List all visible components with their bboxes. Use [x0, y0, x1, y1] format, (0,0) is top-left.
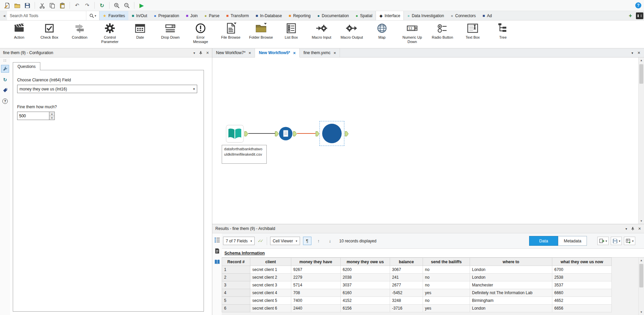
- palette-scroll-left-button[interactable]: ◀: [1, 11, 7, 20]
- tool-item[interactable]: Macro Input: [306, 22, 337, 48]
- output-anchor[interactable]: [345, 131, 349, 136]
- connection-wire-error[interactable]: [297, 133, 315, 134]
- configuration-tab-button[interactable]: [1, 65, 9, 73]
- help-tab-button[interactable]: ?: [1, 97, 9, 105]
- workflow-tab[interactable]: New Workflow7* ×: [212, 48, 255, 57]
- spinner-down-icon[interactable]: ▾: [49, 116, 54, 120]
- tool-item[interactable]: Control Parameter: [95, 22, 125, 48]
- tool-item[interactable]: Folder Browse: [246, 22, 276, 48]
- tool-item[interactable]: Macro Output: [337, 22, 367, 48]
- add-category-button[interactable]: +: [628, 13, 633, 19]
- tool-item[interactable]: Date: [125, 22, 155, 48]
- spinner-up-icon[interactable]: ▴: [49, 112, 54, 116]
- open-workflow-button[interactable]: [13, 1, 22, 10]
- tool-item[interactable]: Action: [4, 22, 34, 48]
- palette-category[interactable]: ● Connectors: [447, 11, 479, 20]
- tool-item[interactable]: Numeric Up Down: [397, 22, 427, 48]
- cell-viewer-select[interactable]: Cell Viewer ▾: [270, 237, 300, 245]
- palette-category[interactable]: ■ Transform: [223, 11, 252, 20]
- close-tab-icon[interactable]: ×: [334, 51, 336, 55]
- tool-item[interactable]: Map: [367, 22, 397, 48]
- redo-button[interactable]: ↷: [83, 1, 92, 10]
- scroll-down-icon[interactable]: ▼: [639, 309, 644, 315]
- annotation-tab-button[interactable]: [1, 86, 9, 94]
- palette-category[interactable]: ■ In-Database: [252, 11, 286, 20]
- palette-category[interactable]: ● Preparation: [151, 11, 182, 20]
- input-anchor[interactable]: [275, 131, 279, 136]
- metadata-tab-button[interactable]: Metadata: [558, 236, 587, 246]
- tab-list-icon[interactable]: ▾: [632, 51, 633, 55]
- tool-item[interactable]: Check Box: [34, 22, 65, 48]
- scrollbar-track[interactable]: [639, 263, 644, 309]
- zoom-out-button[interactable]: [122, 1, 131, 10]
- pin-icon[interactable]: [631, 227, 635, 231]
- canvas-scrollbar[interactable]: ▲ ▼: [638, 57, 644, 224]
- tab-questions[interactable]: Questions: [13, 62, 40, 70]
- help-button[interactable]: ?: [635, 2, 641, 8]
- scroll-down-icon[interactable]: ▼: [639, 218, 644, 224]
- tool-item[interactable]: Tree: [488, 22, 518, 48]
- column-header[interactable]: client: [250, 258, 291, 266]
- table-row[interactable]: 4 secret client 4 708 6160 -5452 yes Def…: [222, 289, 612, 297]
- table-row[interactable]: 5 secret client 5 7400 4152 3248 no Birm…: [222, 297, 612, 305]
- panel-menu-icon[interactable]: ▾: [194, 51, 195, 55]
- search-input[interactable]: [7, 11, 86, 20]
- input-anchor[interactable]: [315, 131, 319, 136]
- palette-category[interactable]: ● Spatial: [352, 11, 376, 20]
- palette-category[interactable]: ■ Reporting: [285, 11, 314, 20]
- workflow-node-file[interactable]: [279, 127, 293, 141]
- table-row[interactable]: 2 secret client 2 2279 2038 241 no Londo…: [222, 274, 612, 281]
- tool-item[interactable]: Condition: [65, 22, 95, 48]
- column-header[interactable]: send the bailiffs: [423, 258, 470, 266]
- output-anchor[interactable]: [244, 131, 248, 136]
- copy-button[interactable]: [48, 1, 57, 10]
- copy-results-button[interactable]: ▾: [597, 237, 609, 245]
- paste-button[interactable]: [58, 1, 67, 10]
- fine-amount-input[interactable]: [17, 112, 49, 120]
- palette-category[interactable]: ● Parse: [201, 11, 223, 20]
- schema-page-icon[interactable]: [214, 248, 220, 254]
- scrollbar-thumb[interactable]: [639, 64, 643, 84]
- workflow-tab[interactable]: fine them.yxmc ×: [300, 48, 340, 57]
- node-annotation[interactable]: dataforthatbankthatwouldkillmeifileakedi…: [222, 145, 267, 164]
- undo-button[interactable]: ↶: [73, 1, 82, 10]
- scroll-up-icon[interactable]: ▲: [639, 258, 644, 263]
- tool-item[interactable]: File Browse: [216, 22, 246, 48]
- close-panel-icon[interactable]: ×: [638, 226, 641, 231]
- workflow-node-macro[interactable]: [322, 124, 342, 143]
- tool-item[interactable]: Drop Down: [155, 22, 185, 48]
- search-options-button[interactable]: ▾: [86, 11, 99, 20]
- zoom-in-button[interactable]: [112, 1, 121, 10]
- apply-filter-icon[interactable]: ✓✓: [258, 238, 264, 243]
- palette-category[interactable]: ◆ Interface: [376, 11, 404, 20]
- cut-button[interactable]: [38, 1, 47, 10]
- refresh-button[interactable]: ↻: [97, 1, 106, 10]
- show-whitespace-button[interactable]: ¶: [303, 237, 311, 245]
- palette-layout-button[interactable]: [636, 12, 643, 19]
- workflow-node-input-data[interactable]: [226, 125, 244, 143]
- table-row[interactable]: 1 secret client 1 9267 6200 3067 no Lond…: [222, 266, 612, 274]
- palette-category[interactable]: ■ Join: [182, 11, 201, 20]
- close-workflow-icon[interactable]: ×: [638, 50, 640, 55]
- column-header[interactable]: what they owe us now: [552, 258, 612, 266]
- tool-item[interactable]: List Box: [276, 22, 306, 48]
- table-row[interactable]: 6 secret client 6 2440 6156 -3716 yes Lo…: [222, 305, 612, 312]
- results-scrollbar[interactable]: ▲ ▼: [638, 258, 644, 315]
- scroll-up-icon[interactable]: ▲: [639, 57, 644, 63]
- data-tab-button[interactable]: Data: [529, 236, 558, 246]
- save-workflow-button[interactable]: [23, 1, 32, 10]
- connection-wire[interactable]: [248, 133, 275, 134]
- tool-item[interactable]: Error Message: [185, 22, 216, 48]
- palette-category[interactable]: ■ Ad: [479, 11, 495, 20]
- workflow-settings-button[interactable]: ↻: [1, 76, 9, 83]
- data-book-icon[interactable]: [214, 259, 220, 265]
- palette-category[interactable]: ● Documentation: [314, 11, 352, 20]
- column-header[interactable]: Record #: [222, 258, 250, 266]
- next-record-button[interactable]: ↓: [326, 237, 334, 245]
- close-panel-icon[interactable]: ×: [206, 50, 209, 55]
- field-select[interactable]: money they owe us (Int16) ▾: [17, 85, 197, 93]
- palette-category[interactable]: ● Data Investigation: [404, 11, 447, 20]
- column-header[interactable]: where to: [470, 258, 552, 266]
- workflow-tab[interactable]: New Workflow5* ×: [255, 48, 300, 57]
- run-workflow-button[interactable]: ▶: [137, 1, 146, 10]
